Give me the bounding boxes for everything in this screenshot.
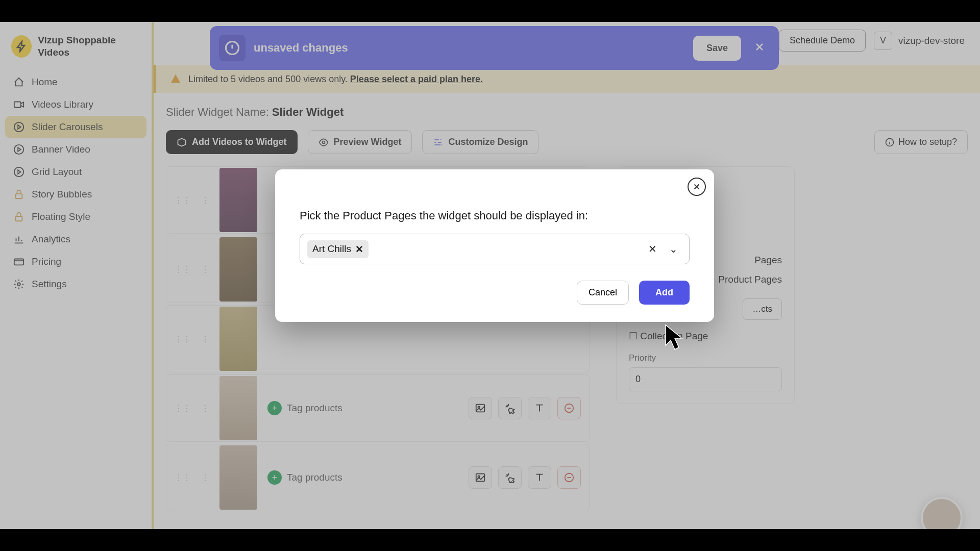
close-icon — [692, 182, 701, 191]
product-select[interactable]: Art Chills ✕ ✕ ⌄ — [300, 234, 690, 264]
select-clear-icon[interactable]: ✕ — [644, 241, 661, 257]
chevron-down-icon[interactable]: ⌄ — [665, 241, 682, 257]
cancel-button[interactable]: Cancel — [577, 281, 629, 305]
modal-close-button[interactable] — [688, 178, 706, 196]
product-pages-modal: Pick the Product Pages the widget should… — [275, 169, 714, 322]
add-button[interactable]: Add — [639, 281, 690, 305]
selected-chip: Art Chills ✕ — [307, 240, 369, 258]
modal-title: Pick the Product Pages the widget should… — [300, 189, 690, 222]
chip-remove-icon[interactable]: ✕ — [355, 243, 363, 255]
